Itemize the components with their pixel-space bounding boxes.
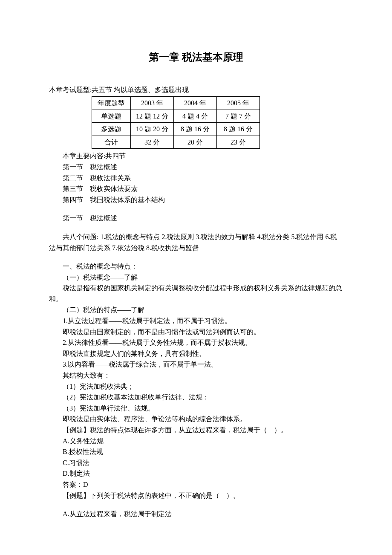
spacer <box>49 205 343 213</box>
paragraph: 即税法是由实体法、程序法、争讼法等构成的综合法律体系。 <box>49 413 343 425</box>
th-2003: 2003 年 <box>131 96 174 110</box>
outline-item: 第四节 我国税法体系的基本结构 <box>49 194 343 205</box>
section-topics: 共八个问题: 1.税法的概念与特点 2.税法原则 3.税法的效力与解释 4.税法… <box>49 231 343 253</box>
table-row: 合计 32 分 20 分 23 分 <box>92 136 260 149</box>
cell: 32 分 <box>131 136 174 149</box>
paragraph: 即税法直接规定人们的某种义务，具有强制性。 <box>49 348 343 359</box>
question-answer: 答案：D <box>49 479 343 490</box>
paragraph: 2.从法律性质看——税法属于义务性法规，而不属于授权法规。 <box>49 337 343 348</box>
outline-item: 第二节 税收法律关系 <box>49 173 343 184</box>
paragraph: （一）税法概念——了解 <box>49 272 343 283</box>
cell: 10 题 20 分 <box>131 123 174 136</box>
paragraph: （3）宪法加单行法律、法规。 <box>49 403 343 414</box>
spacer <box>49 253 343 261</box>
row-multi-label: 多选题 <box>92 123 131 136</box>
paragraph: 3.以内容看——税法属于综合法，而不属于单一法。 <box>49 359 343 370</box>
question-option-a: A.从立法过程来看，税法属于制定法 <box>49 509 343 520</box>
cell: 20 分 <box>174 136 217 149</box>
question-option-c: C.习惯法 <box>49 457 343 468</box>
cell: 23 分 <box>217 136 260 149</box>
cell: 8 题 16 分 <box>217 123 260 136</box>
paragraph: 即税法是由国家制定的，而不是由习惯作法或司法判例而认可的。 <box>49 327 343 338</box>
spacer <box>49 224 343 231</box>
question-stem: 【例题】下列关于税法特点的表述中，不正确的是（ ）。 <box>49 490 343 501</box>
paragraph: 一、税法的概念与特点： <box>49 261 343 272</box>
row-single-label: 单选题 <box>92 110 131 123</box>
body-content: 本章考试题型:共五节 均以单选题、多选题出现 年度题型 2003 年 2004 … <box>49 84 343 519</box>
document-page: 第一章 税法基本原理 本章考试题型:共五节 均以单选题、多选题出现 年度题型 2… <box>0 0 392 555</box>
question-stem: 【例题】税法的特点体现在许多方面，从立法过程来看，税法属于（ ）。 <box>49 425 343 436</box>
cell: 4 题 4 分 <box>174 110 217 123</box>
th-2005: 2005 年 <box>217 96 260 110</box>
cell: 8 题 16 分 <box>174 123 217 136</box>
question-option-a: A.义务性法规 <box>49 436 343 447</box>
table-row: 单选题 12 题 12 分 4 题 4 分 7 题 7 分 <box>92 110 260 123</box>
th-year-type: 年度题型 <box>92 96 131 110</box>
paragraph: （2）宪法加税收基本法加税收单行法律、法规； <box>49 392 343 403</box>
th-2004: 2004 年 <box>174 96 217 110</box>
outline-item: 第一节 税法概述 <box>49 162 343 173</box>
cell: 12 题 12 分 <box>131 110 174 123</box>
exam-type-intro: 本章考试题型:共五节 均以单选题、多选题出现 <box>49 84 343 95</box>
outline-item: 第三节 税收实体法要素 <box>49 183 343 194</box>
score-table: 年度题型 2003 年 2004 年 2005 年 单选题 12 题 12 分 … <box>92 96 260 149</box>
paragraph: （二）税法的特点——了解 <box>49 304 343 315</box>
question-option-b: B.授权性法规 <box>49 446 343 457</box>
paragraph: 其结构大致有： <box>49 370 343 381</box>
page-title: 第一章 税法基本原理 <box>49 49 343 65</box>
table-header-row: 年度题型 2003 年 2004 年 2005 年 <box>92 96 260 110</box>
paragraph: 1.从立法过程看——税法属于制定法，而不属于习惯法。 <box>49 315 343 327</box>
paragraph: 税法是指有权的国家机关制定的有关调整税收分配过程中形成的权利义务关系的法律规范的… <box>49 283 343 304</box>
section-heading: 第一节 税法概述 <box>49 213 343 224</box>
outline-lead: 本章主要内容:共四节 <box>49 150 343 162</box>
spacer <box>49 501 343 509</box>
table-row: 多选题 10 题 20 分 8 题 16 分 8 题 16 分 <box>92 123 260 136</box>
row-total-label: 合计 <box>92 136 131 149</box>
question-option-d: D.制定法 <box>49 468 343 479</box>
cell: 7 题 7 分 <box>217 110 260 123</box>
paragraph: （1）宪法加税收法典； <box>49 381 343 392</box>
